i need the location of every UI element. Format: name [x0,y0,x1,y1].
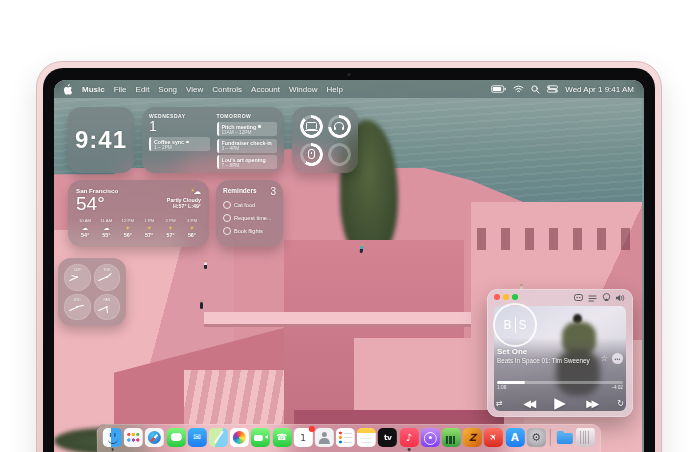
menu-item[interactable]: Controls [212,85,242,94]
menu-item[interactable]: Account [251,85,280,94]
menu-bar: MusicFileEditSongViewControlsAccountWind… [54,80,644,98]
remaining-time: -4:02 [612,385,623,390]
reminder-checkbox[interactable] [223,201,231,209]
shuffle-button[interactable]: ⇄ [496,399,503,408]
weather-hour: 11 AM ☁ 55° [97,218,115,238]
weather-hour: 3 PM ☀ 56° [183,218,201,238]
repeat-button[interactable]: ↻ [617,399,624,408]
reminder-checkbox[interactable] [223,227,231,235]
weather-hour: 1 PM ☀ 57° [140,218,158,238]
ipad-device: MusicFileEditSongViewControlsAccountWind… [36,61,662,452]
dock-icon-music[interactable]: ♪ [399,428,418,447]
screen: MusicFileEditSongViewControlsAccountWind… [54,80,644,452]
calendar-event[interactable]: Coffee sync 1 – 2PM [149,137,210,151]
weather-high-low: H:57° L:49° [167,203,201,209]
device-bezel: MusicFileEditSongViewControlsAccountWind… [43,68,655,452]
reminder-item[interactable]: Request time... [223,214,276,222]
more-button[interactable]: ••• [612,353,623,364]
volume-icon[interactable] [616,288,626,306]
clock-time: 9:41 [75,126,127,154]
dock-icon-launchpad[interactable] [124,428,143,447]
lyrics-icon[interactable] [574,288,583,306]
menu-item[interactable]: Window [289,85,317,94]
minimize-button[interactable] [503,294,509,300]
calendar-event[interactable]: Pitch meeting 11AM – 12PM [217,122,278,136]
partly-cloudy-icon: ☀ ☁ [167,187,201,196]
dock-icon-game-rocket[interactable]: ✈ [484,428,503,447]
world-clock-widget[interactable]: CUP TOK SYD [58,258,126,326]
calendar-widget[interactable]: WEDNESDAY 1 Coffee sync 1 – 2PM TOMORROW [142,107,284,173]
reminder-item[interactable]: Book flights [223,227,276,235]
dock-icon-calendar[interactable]: 1 [294,428,313,447]
weather-hour: 2 PM ☀ 57° [162,218,180,238]
dock-icon-finder[interactable] [103,428,122,447]
search-icon[interactable] [531,85,540,94]
device-icon [306,122,317,130]
progress-fill [497,381,525,384]
wifi-icon[interactable] [513,85,524,93]
weather-hour-icon: ☀ [125,224,130,231]
song-subtitle: Beats In Space 01: Tim Sweeney [497,357,590,364]
weather-hour: 12 PM ☀ 56° [119,218,137,238]
airplay-icon[interactable] [602,288,611,306]
batteries-widget[interactable] [292,107,358,173]
dock-icon-phone[interactable]: ☎ [272,428,291,447]
menu-item[interactable]: View [186,85,203,94]
reminder-checkbox[interactable] [223,214,231,222]
calendar-day-label: WEDNESDAY [149,113,210,119]
dock-icon-trash[interactable] [576,428,595,447]
dock-icon-safari[interactable] [145,428,164,447]
menu-item[interactable]: Song [158,85,177,94]
play-button[interactable]: ▶ [554,394,566,412]
menu-item[interactable]: File [114,85,127,94]
menu-item[interactable]: Help [326,85,342,94]
weather-hour-icon: ☁ [82,224,88,231]
dock-icon-podcasts[interactable] [421,428,440,447]
dock-icon-maps[interactable] [209,428,228,447]
dock-icon-contacts[interactable] [315,428,334,447]
dock-icon-facetime[interactable] [251,428,270,447]
device-icon [308,149,315,159]
music-mini-player-window[interactable]: B S [487,289,633,417]
dock-icon-reminders[interactable] [336,428,355,447]
dock-icon-messages[interactable] [166,428,185,447]
dock-icon-app-store[interactable]: A [505,428,524,447]
clock-widget[interactable]: 9:41 [68,107,134,173]
reminders-count: 3 [270,187,276,196]
apple-menu[interactable] [64,84,73,95]
song-title: Set One [497,347,590,356]
reminders-widget[interactable]: Reminders 3 Cat food Request time... Boo… [216,180,283,247]
reminders-title: Reminders [223,187,257,194]
dock-icon-notes[interactable] [357,428,376,447]
calendar-tomorrow-label: TOMORROW [217,113,278,119]
headphones-battery-ring [327,114,351,138]
menu-bar-clock[interactable]: Wed Apr 1 9:41 AM [565,85,634,94]
front-camera [348,73,351,76]
dock-icon-game-z[interactable]: Z [463,428,482,447]
zoom-button[interactable] [512,294,518,300]
battery-icon[interactable] [491,85,506,93]
calendar-event[interactable]: Fundraiser check-in 3 – 4PM [217,139,278,153]
dock-icon-apple-tv[interactable]: tv [378,428,397,447]
dock-icon-photos[interactable] [230,428,249,447]
calendar-day-number: 1 [149,119,210,134]
previous-button[interactable]: ◀◀ [523,398,533,409]
menu-item[interactable]: Edit [136,85,150,94]
weather-hour-icon: ☀ [189,224,194,231]
dock-icon-game-city[interactable] [442,428,461,447]
event-time: 11AM – 12PM [222,130,275,135]
control-center-icon[interactable] [547,85,558,93]
dock-icon-system-settings[interactable]: ⚙ [527,428,546,447]
dock-icon-mail[interactable]: ✉ [188,428,207,447]
next-button[interactable]: ▶▶ [586,398,596,409]
reminder-item[interactable]: Cat food [223,201,276,209]
event-time: 1 – 2PM [154,145,207,150]
calendar-event[interactable]: Lou's art opening 7 – 8PM [217,155,278,169]
progress-bar[interactable] [497,381,623,384]
dock-icon-downloads-folder[interactable] [555,428,574,447]
favorite-star-button[interactable]: ☆ [601,354,608,363]
weather-widget[interactable]: San Francisco 54° ☀ ☁ Partly Cloudy H:57… [68,180,209,247]
queue-icon[interactable] [588,288,597,306]
menu-item[interactable]: Music [82,85,105,94]
close-button[interactable] [494,294,500,300]
